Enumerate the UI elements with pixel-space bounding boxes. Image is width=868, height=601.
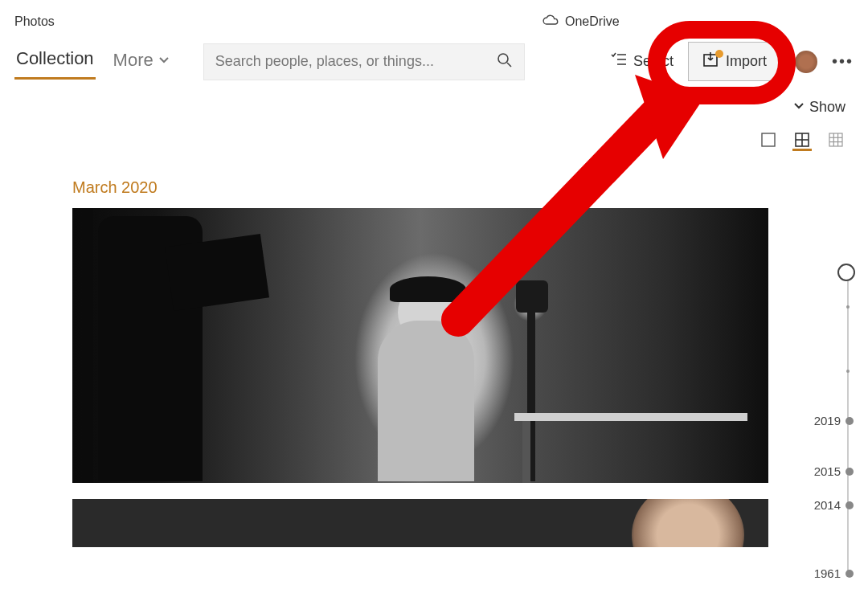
checklist-icon bbox=[611, 52, 627, 71]
collection-content: March 2020 bbox=[0, 151, 868, 547]
timeline-year[interactable]: 2019 bbox=[814, 414, 854, 427]
timeline-year[interactable]: 2015 bbox=[814, 464, 854, 478]
select-label: Select bbox=[633, 53, 674, 70]
search-input[interactable] bbox=[215, 53, 490, 70]
ellipsis-icon: ••• bbox=[832, 52, 854, 71]
svg-rect-6 bbox=[762, 133, 775, 146]
tab-more-label: More bbox=[113, 50, 154, 71]
import-notification-dot bbox=[715, 50, 723, 58]
view-single-icon[interactable] bbox=[759, 132, 778, 151]
filter-row: Show bbox=[0, 81, 868, 116]
app-title: Photos bbox=[0, 0, 868, 29]
timeline-current-marker[interactable] bbox=[837, 264, 855, 281]
svg-rect-10 bbox=[829, 133, 842, 146]
view-medium-grid-icon[interactable] bbox=[792, 132, 812, 151]
date-section-title: March 2020 bbox=[72, 178, 780, 197]
photo-thumbnail[interactable] bbox=[72, 499, 768, 547]
import-button[interactable]: Import bbox=[688, 42, 780, 81]
show-label: Show bbox=[809, 99, 845, 116]
cloud-icon bbox=[542, 14, 559, 29]
search-box[interactable] bbox=[203, 43, 525, 80]
search-icon[interactable] bbox=[497, 52, 513, 72]
select-button[interactable]: Select bbox=[611, 52, 674, 71]
import-label: Import bbox=[726, 53, 767, 70]
svg-line-1 bbox=[507, 63, 511, 67]
show-dropdown[interactable]: Show bbox=[793, 99, 845, 116]
chevron-down-icon bbox=[793, 99, 805, 116]
more-menu-button[interactable]: ••• bbox=[832, 52, 854, 71]
topbar: Collection More Select bbox=[0, 29, 868, 81]
onedrive-status[interactable]: OneDrive bbox=[542, 14, 620, 29]
photo-thumbnail[interactable] bbox=[72, 208, 768, 483]
view-size-row bbox=[0, 116, 868, 151]
user-avatar[interactable] bbox=[795, 51, 817, 73]
timeline-year[interactable]: 2014 bbox=[814, 498, 854, 512]
timeline-tick bbox=[846, 370, 850, 373]
svg-point-0 bbox=[498, 54, 508, 63]
view-small-grid-icon[interactable] bbox=[826, 132, 845, 151]
tab-more[interactable]: More bbox=[112, 45, 171, 79]
chevron-down-icon bbox=[158, 50, 170, 71]
toolbar-right: Select Import ••• bbox=[611, 42, 854, 81]
timeline-year[interactable]: 1961 bbox=[814, 566, 854, 580]
tab-collection[interactable]: Collection bbox=[14, 43, 96, 80]
year-timeline[interactable]: 2019 2015 2014 1961 bbox=[807, 257, 855, 593]
timeline-tick bbox=[846, 305, 850, 309]
onedrive-label: OneDrive bbox=[565, 14, 620, 29]
